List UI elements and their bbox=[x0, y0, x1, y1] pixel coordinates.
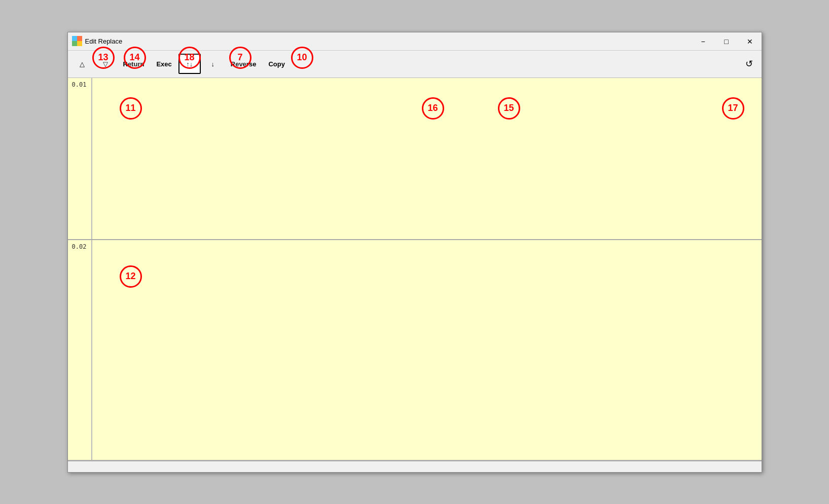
close-button[interactable]: ✕ bbox=[738, 32, 762, 51]
panel-2[interactable]: 0.02 bbox=[68, 240, 762, 461]
svg-rect-2 bbox=[72, 41, 77, 46]
up-arrow-label: △ bbox=[80, 60, 85, 68]
return-button[interactable]: Return bbox=[118, 54, 150, 74]
copy-label: Copy bbox=[268, 60, 285, 68]
svg-rect-0 bbox=[72, 36, 77, 41]
sort-button[interactable]: ↑↓ bbox=[178, 54, 201, 74]
content-area: 0.01 0.02 bbox=[68, 78, 762, 461]
maximize-button[interactable]: □ bbox=[715, 32, 738, 51]
main-window: Edit Replace − □ ✕ △ ▽ Return Exec ↑↓ ↓ … bbox=[67, 32, 762, 473]
minimize-button[interactable]: − bbox=[692, 32, 715, 51]
panel-2-label: 0.02 bbox=[72, 243, 87, 250]
left-border-2 bbox=[91, 240, 92, 460]
exec-label: Exec bbox=[156, 60, 171, 68]
down-arrow-label: ▽ bbox=[103, 60, 108, 68]
left-border-1 bbox=[91, 78, 92, 239]
refresh-button[interactable]: ↺ bbox=[740, 55, 759, 73]
panel-1-label: 0.01 bbox=[72, 81, 87, 88]
refresh-icon: ↺ bbox=[745, 58, 753, 69]
copy-button[interactable]: Copy bbox=[263, 54, 291, 74]
app-icon bbox=[72, 36, 82, 46]
svg-rect-1 bbox=[77, 36, 82, 41]
window-title: Edit Replace bbox=[85, 37, 123, 45]
status-bar bbox=[68, 461, 762, 472]
title-bar: Edit Replace − □ ✕ bbox=[68, 32, 762, 51]
sort-label: ↑↓ bbox=[186, 60, 193, 68]
panel-1[interactable]: 0.01 bbox=[68, 78, 762, 240]
svg-rect-3 bbox=[77, 41, 82, 46]
exec-button[interactable]: Exec bbox=[151, 54, 177, 74]
up-arrow-button[interactable]: △ bbox=[71, 54, 93, 74]
down-single-label: ↓ bbox=[211, 60, 215, 68]
down-arrow-button[interactable]: ▽ bbox=[94, 54, 117, 74]
toolbar: △ ▽ Return Exec ↑↓ ↓ Reverse Copy ↺ bbox=[68, 51, 762, 78]
reverse-button[interactable]: Reverse bbox=[225, 54, 262, 74]
down-single-button[interactable]: ↓ bbox=[202, 54, 224, 74]
reverse-label: Reverse bbox=[231, 60, 257, 68]
title-controls: − □ ✕ bbox=[692, 32, 762, 51]
return-label: Return bbox=[123, 60, 145, 68]
